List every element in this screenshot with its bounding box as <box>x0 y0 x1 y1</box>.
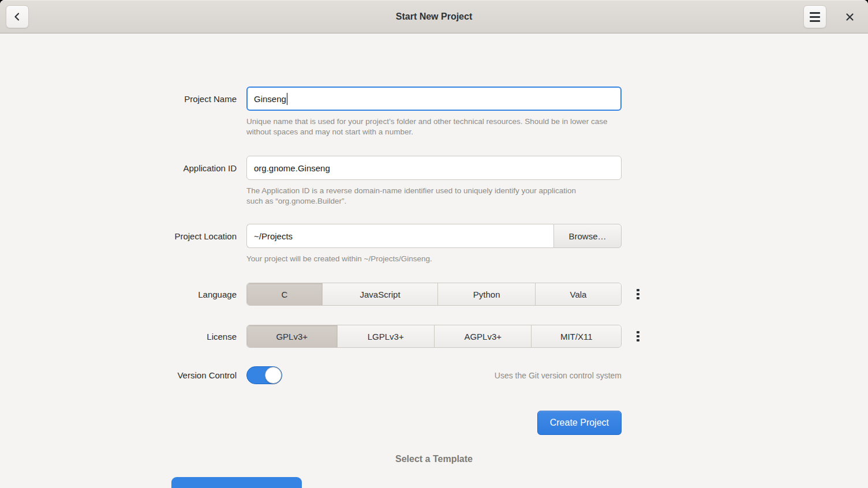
back-button[interactable] <box>6 5 29 28</box>
start-new-project-window: Start New Project Project Name Ginseng <box>0 0 868 488</box>
chevron-left-icon <box>13 12 22 21</box>
license-option-mitx11[interactable]: MIT/X11 <box>531 325 621 347</box>
more-languages-button[interactable] <box>631 286 644 303</box>
create-project-row: Create Project <box>0 411 868 435</box>
toggle-knob <box>265 367 282 384</box>
language-label: Language <box>0 290 237 299</box>
app-id-help-row: The Application ID is a reverse domain-n… <box>0 186 868 207</box>
menu-button[interactable] <box>803 5 826 28</box>
window-title: Start New Project <box>0 12 868 22</box>
license-segmented-control: GPLv3+ LGPLv3+ AGPLv3+ MIT/X11 <box>246 325 622 348</box>
app-id-row: Application ID org.gnome.Ginseng <box>0 156 868 180</box>
license-option-lgplv3[interactable]: LGPLv3+ <box>337 325 434 347</box>
version-control-label: Version Control <box>0 370 237 380</box>
project-name-help: Unique name that is used for your projec… <box>246 117 616 137</box>
language-row: Language C JavaScript Python Vala <box>0 283 868 306</box>
version-control-toggle[interactable] <box>246 366 282 384</box>
header-bar: Start New Project <box>0 0 868 33</box>
more-licenses-button[interactable] <box>631 328 644 345</box>
license-option-gplv3[interactable]: GPLv3+ <box>247 325 337 347</box>
version-control-note: Uses the Git version control system <box>495 371 622 380</box>
template-card[interactable] <box>171 477 302 488</box>
close-icon <box>845 13 854 21</box>
hamburger-icon <box>810 12 820 22</box>
app-id-help: The Application ID is a reverse domain-n… <box>246 186 587 207</box>
app-id-value: org.gnome.Ginseng <box>254 163 330 173</box>
project-name-label: Project Name <box>0 94 237 104</box>
app-id-label: Application ID <box>0 163 237 173</box>
project-location-value: ~/Projects <box>254 231 293 241</box>
license-row: License GPLv3+ LGPLv3+ AGPLv3+ MIT/X11 <box>0 325 868 348</box>
license-option-agplv3[interactable]: AGPLv3+ <box>434 325 531 347</box>
browse-button[interactable]: Browse… <box>553 224 622 248</box>
project-name-input[interactable]: Ginseng <box>246 87 622 111</box>
language-option-vala[interactable]: Vala <box>535 283 621 305</box>
create-project-button[interactable]: Create Project <box>537 411 622 435</box>
project-location-help: Your project will be created within ~/Pr… <box>246 254 616 264</box>
language-option-c[interactable]: C <box>247 283 322 305</box>
language-option-python[interactable]: Python <box>437 283 534 305</box>
project-location-help-row: Your project will be created within ~/Pr… <box>0 254 868 264</box>
project-name-help-row: Unique name that is used for your projec… <box>0 117 868 137</box>
project-location-input[interactable]: ~/Projects <box>246 224 553 248</box>
select-template-heading: Select a Template <box>0 454 868 464</box>
text-caret <box>287 93 288 105</box>
form-area: Project Name Ginseng Unique name that is… <box>0 33 868 464</box>
project-name-value: Ginseng <box>254 94 286 104</box>
language-option-javascript[interactable]: JavaScript <box>322 283 438 305</box>
language-segmented-control: C JavaScript Python Vala <box>246 283 622 306</box>
app-id-input[interactable]: org.gnome.Ginseng <box>246 156 622 180</box>
project-location-row: Project Location ~/Projects Browse… <box>0 224 868 248</box>
license-label: License <box>0 332 237 341</box>
project-location-label: Project Location <box>0 231 237 241</box>
project-name-row: Project Name Ginseng <box>0 87 868 111</box>
version-control-row: Version Control Uses the Git version con… <box>0 366 868 384</box>
close-button[interactable] <box>838 5 861 28</box>
kebab-menu-icon <box>637 331 639 342</box>
kebab-menu-icon <box>637 289 639 300</box>
